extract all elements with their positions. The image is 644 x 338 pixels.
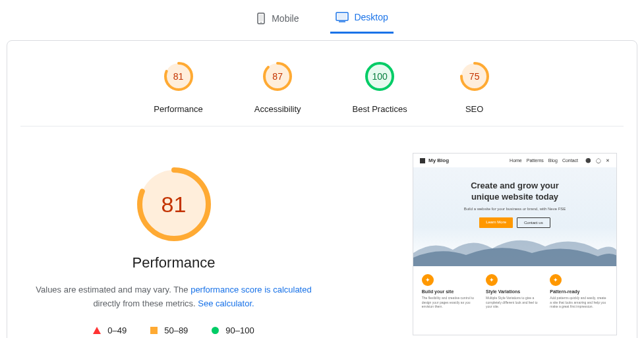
gauge-performance[interactable]: 81 Performance bbox=[154, 61, 202, 114]
tab-mobile[interactable]: Mobile bbox=[250, 7, 304, 34]
tab-desktop-label: Desktop bbox=[354, 12, 388, 22]
preview-primary-button: Learn More bbox=[479, 217, 513, 228]
performance-big-gauge: 81 bbox=[136, 166, 212, 242]
gauge-best practices[interactable]: 100 Best Practices bbox=[353, 61, 407, 114]
performance-score-value: 81 bbox=[136, 166, 212, 242]
divider bbox=[20, 126, 624, 127]
lower-section: 81 Performance Values are estimated and … bbox=[7, 153, 637, 335]
circle-icon bbox=[212, 327, 219, 334]
gauge-accessibility[interactable]: 87 Accessibility bbox=[254, 61, 301, 114]
performance-detail: 81 Performance Values are estimated and … bbox=[27, 153, 320, 335]
legend-poor: 0–49 bbox=[93, 325, 127, 335]
mountains-icon bbox=[413, 230, 616, 266]
preview-features: ✦ Build your site The flexibility and cr… bbox=[413, 266, 616, 316]
tab-mobile-label: Mobile bbox=[272, 13, 299, 24]
triangle-icon bbox=[93, 327, 101, 334]
gauge-seo[interactable]: 75 SEO bbox=[459, 61, 490, 114]
tab-desktop[interactable]: Desktop bbox=[330, 7, 393, 34]
feature-icon: ✦ bbox=[422, 274, 434, 286]
score-legend: 0–49 50–89 90–100 bbox=[27, 325, 320, 335]
performance-description: Values are estimated and may vary. The p… bbox=[27, 283, 320, 311]
svg-point-2 bbox=[260, 22, 262, 23]
score-calc-link[interactable]: performance score is calculated bbox=[190, 285, 312, 295]
preview-nav: HomePatternsBlogContact⚫◯✕ bbox=[510, 158, 610, 163]
preview-feature: ✦ Style Variations Multiple Style Variat… bbox=[486, 274, 544, 309]
mobile-icon bbox=[256, 13, 266, 24]
performance-title: Performance bbox=[27, 254, 320, 271]
report-panel: 81 Performance 87 Accessibility 100 Best… bbox=[7, 40, 637, 338]
svg-rect-4 bbox=[337, 14, 347, 19]
feature-icon: ✦ bbox=[486, 274, 498, 286]
preview-hero: Create and grow yourunique website today… bbox=[413, 167, 616, 266]
preview-hero-buttons: Learn More Contact us bbox=[413, 217, 616, 228]
desktop-icon bbox=[336, 12, 349, 22]
svg-rect-1 bbox=[259, 14, 263, 21]
legend-good: 90–100 bbox=[212, 325, 254, 335]
feature-icon: ✦ bbox=[550, 274, 562, 286]
see-calculator-link[interactable]: See calculator. bbox=[198, 298, 254, 308]
preview-logo: My Blog bbox=[420, 157, 449, 163]
score-gauges: 81 Performance 87 Accessibility 100 Best… bbox=[7, 54, 637, 126]
square-icon bbox=[150, 327, 158, 334]
site-preview-thumbnail: My Blog HomePatternsBlogContact⚫◯✕ Creat… bbox=[413, 153, 617, 335]
legend-average: 50–89 bbox=[150, 325, 188, 335]
preview-feature: ✦ Build your site The flexibility and cr… bbox=[422, 274, 480, 309]
preview-secondary-button: Contact us bbox=[517, 217, 550, 228]
preview-hero-subtitle: Build a website for your business or bra… bbox=[413, 207, 616, 211]
preview-feature: ✦ Pattern-ready Add patterns quickly and… bbox=[550, 274, 608, 309]
preview-hero-title: Create and grow yourunique website today bbox=[413, 181, 616, 203]
device-tabs: Mobile Desktop bbox=[0, 0, 644, 34]
preview-header: My Blog HomePatternsBlogContact⚫◯✕ bbox=[413, 154, 616, 167]
